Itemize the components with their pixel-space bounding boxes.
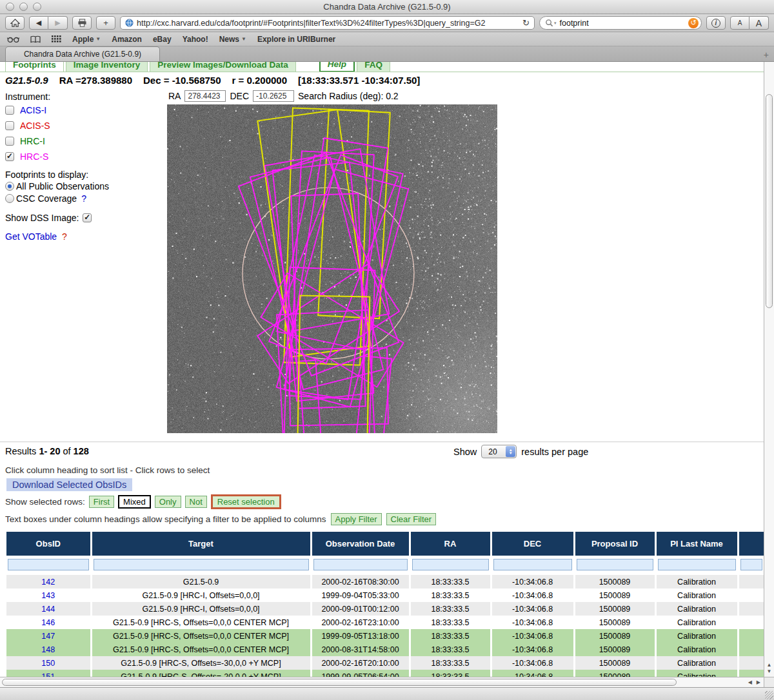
column-header-obsid[interactable]: ObsID [6, 532, 91, 556]
proposal-filter-input[interactable] [577, 559, 653, 570]
new-tab-button[interactable]: + [764, 50, 769, 60]
back-icon: ◀ [36, 19, 41, 27]
target-filter-input[interactable] [94, 559, 309, 570]
resize-grip[interactable] [765, 691, 773, 699]
browser-tab-active[interactable]: Chandra Data Archive (G21.5-0.9) [5, 46, 160, 61]
column-header-dec[interactable]: DEC [491, 532, 574, 556]
obsid-link[interactable]: 143 [41, 591, 55, 600]
bookmark-amazon[interactable]: Amazon [112, 35, 142, 44]
obsid-filter-input[interactable] [8, 559, 89, 570]
back-button[interactable]: ◀ [29, 16, 48, 30]
instrument-checkbox-hrc-s[interactable] [5, 152, 14, 161]
obsid-link[interactable]: 146 [41, 618, 55, 627]
horizontal-scroll-arrows[interactable]: ◀▶ [748, 679, 760, 685]
table-row[interactable]: 147 G21.5-0.9 [HRC-S, Offsets=0,0,0 CENT… [6, 629, 764, 643]
top-sites-grid-icon[interactable] [52, 35, 61, 43]
reading-list-glasses-icon[interactable] [7, 35, 19, 43]
table-row[interactable]: 146 G21.5-0.9 [HRC-S, Offsets=0,0,0 CENT… [6, 616, 764, 629]
search-magnifier-icon[interactable]: ▾ [545, 19, 557, 27]
all-public-radio[interactable] [5, 182, 14, 191]
column-header-proposal[interactable]: Proposal ID [574, 532, 655, 556]
bookmark-ebay[interactable]: eBay [153, 35, 172, 44]
print-button[interactable] [72, 16, 92, 30]
only-button[interactable]: Only [155, 496, 181, 508]
address-bar[interactable]: http://cxc.harvard.edu/cda/footprint/#Fo… [120, 16, 535, 30]
truncated-filter-input[interactable] [740, 559, 762, 570]
column-header-pi[interactable]: PI Last Name [655, 532, 738, 556]
column-header-ra[interactable]: RA [410, 532, 491, 556]
page-size-select[interactable]: 20 ▲▼ [481, 445, 517, 458]
reload-icon[interactable]: ↻ [522, 18, 530, 28]
snapback-icon[interactable]: ↺ [688, 18, 699, 28]
votable-help-link[interactable]: ? [62, 231, 67, 242]
tab-footprints[interactable]: Footprints [5, 62, 64, 72]
csc-help-link[interactable]: ? [81, 193, 86, 204]
ra-input[interactable] [184, 90, 226, 102]
dec-input[interactable] [253, 90, 294, 102]
horizontal-scrollbar[interactable]: ◀▶ [0, 677, 764, 687]
obsid-link[interactable]: 142 [41, 578, 55, 587]
get-votable-link[interactable]: Get VOTable [5, 231, 57, 242]
pi-filter-input[interactable] [658, 559, 736, 570]
csc-coverage-radio[interactable] [5, 194, 14, 203]
bookmark-yahoo[interactable]: Yahoo! [183, 35, 208, 44]
decrease-font-button[interactable]: A [730, 16, 749, 30]
truncated-cell [738, 602, 764, 616]
obsid-link[interactable]: 147 [41, 632, 55, 641]
tab-faq[interactable]: FAQ [357, 62, 390, 72]
column-header-target[interactable]: Target [91, 532, 311, 556]
instrument-checkbox-acis-i[interactable] [5, 106, 14, 115]
proposal-cell: 1500089 [574, 602, 655, 616]
coordinate-controls: RA DEC Search Radius (deg): 0.2 [167, 87, 764, 102]
new-tab-toolbar-button[interactable]: + [96, 16, 115, 30]
column-header-date[interactable]: Observation Date [311, 532, 410, 556]
query-sexagesimal: [18:33:33.571 -10:34:07.50] [298, 75, 420, 86]
not-button[interactable]: Not [185, 496, 207, 508]
dss-checkbox[interactable] [83, 213, 92, 222]
home-button[interactable] [5, 16, 25, 30]
apply-filter-button[interactable]: Apply Filter [331, 513, 382, 525]
dec-filter-input[interactable] [493, 559, 572, 570]
tab-image-inventory[interactable]: Image Inventory [66, 62, 148, 72]
obsid-link[interactable]: 148 [41, 645, 55, 654]
help-button[interactable]: Help [319, 62, 355, 72]
table-row[interactable]: 150 G21.5-0.9 [HRC-S, Offsets=-30,0,0 +Y… [6, 656, 764, 670]
bookmark-apple[interactable]: Apple▼ [72, 35, 101, 44]
first-button[interactable]: First [89, 496, 114, 508]
mixed-button[interactable]: Mixed [118, 495, 151, 509]
table-row[interactable]: 142 G21.5-0.9 2000-02-16T08:30:00 18:33:… [6, 575, 764, 588]
date-filter-input[interactable] [313, 559, 408, 570]
ra-cell: 18:33:33.5 [410, 643, 491, 656]
table-row[interactable]: 148 G21.5-0.9 [HRC-S, Offsets=0,0,0 CENT… [6, 643, 764, 656]
obsid-link[interactable]: 150 [41, 659, 55, 668]
bookmark-label: Explore in URIBurner [257, 35, 335, 44]
ra-filter-input[interactable] [412, 559, 489, 570]
instrument-checkbox-hrc-i[interactable] [5, 137, 14, 146]
bookmarks-book-icon[interactable] [30, 35, 41, 43]
bookmark-news[interactable]: News▼ [219, 35, 246, 44]
page-size-group: Show 20 ▲▼ results per page [453, 445, 588, 458]
forward-button[interactable]: ▶ [48, 16, 68, 30]
bookmark-uriburner[interactable]: Explore in URIBurner [257, 35, 335, 44]
vertical-scrollbar-thumb[interactable] [766, 94, 773, 308]
instrument-checkbox-acis-s[interactable] [5, 121, 14, 130]
date-cell: 1999-09-04T05:33:00 [311, 588, 410, 602]
tab-preview-download[interactable]: Preview Images/Download Data [150, 62, 296, 72]
info-icon: i [711, 19, 720, 28]
obsid-link[interactable]: 151 [41, 672, 55, 677]
reader-info-button[interactable]: i [706, 16, 726, 30]
table-row[interactable]: 144 G21.5-0.9 [HRC-I, Offsets=0,0,0] 200… [6, 602, 764, 616]
search-input[interactable]: ▾ footprint ↺ [539, 16, 702, 30]
sky-image[interactable] [167, 104, 497, 433]
vertical-scrollbar[interactable]: ▲▼ [764, 62, 774, 677]
vertical-scroll-arrows[interactable]: ▲▼ [764, 662, 774, 675]
browser-toolbar: ◀ ▶ + http://cxc.harvard.edu/cda/footpri… [0, 14, 774, 32]
horizontal-scrollbar-thumb[interactable] [2, 679, 677, 686]
download-selected-button[interactable]: Download Selected ObsIDs [6, 478, 132, 491]
clear-filter-button[interactable]: Clear Filter [386, 513, 437, 525]
table-row[interactable]: 151 G21.5-0.9 [HRC-S, Offsets=-20,0,0 +Y… [6, 670, 764, 677]
table-row[interactable]: 143 G21.5-0.9 [HRC-I, Offsets=0,0,0] 199… [6, 588, 764, 602]
increase-font-button[interactable]: A [749, 16, 769, 30]
obsid-link[interactable]: 144 [41, 605, 55, 614]
reset-selection-button[interactable]: Reset selection [211, 494, 281, 509]
